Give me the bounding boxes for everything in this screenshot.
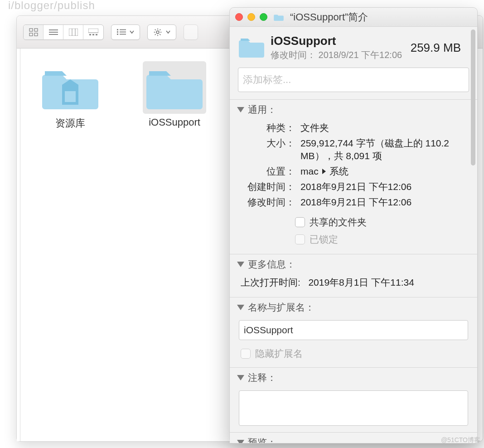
background-breadcrumb: i/blogger/publish bbox=[8, 0, 95, 12]
svg-point-20 bbox=[156, 31, 159, 34]
view-gallery-icon[interactable] bbox=[83, 25, 103, 39]
info-header: iOSSupport 修改时间： 2018/9/21 下午12:06 259.9… bbox=[230, 27, 477, 65]
created-value: 2018年9月21日 下午12:06 bbox=[300, 180, 466, 193]
disclosure-triangle-icon bbox=[237, 375, 244, 380]
get-info-panel: “iOSSupport”简介 iOSSupport 修改时间： 2018/9/2… bbox=[229, 7, 478, 443]
svg-rect-0 bbox=[29, 29, 33, 31]
modified-label: 修改时间： bbox=[241, 196, 295, 209]
section-title: 通用： bbox=[248, 103, 276, 116]
svg-rect-32 bbox=[72, 91, 76, 102]
created-label: 创建时间： bbox=[241, 180, 295, 193]
action-button[interactable] bbox=[147, 24, 176, 40]
zoom-button[interactable] bbox=[260, 13, 267, 21]
info-modified-line: 修改时间： 2018/9/21 下午12:06 bbox=[271, 49, 402, 61]
hide-ext-label: 隐藏扩展名 bbox=[255, 347, 303, 360]
folder-item-iossupport[interactable]: iOSSupport bbox=[138, 61, 211, 128]
group-by-icon bbox=[117, 29, 126, 36]
section-comments: 注释： bbox=[230, 367, 477, 426]
kind-value: 文件夹 bbox=[300, 122, 466, 134]
view-list-icon[interactable] bbox=[44, 25, 63, 39]
svg-line-27 bbox=[155, 34, 156, 35]
section-comments-toggle[interactable]: 注释： bbox=[230, 368, 477, 388]
chevron-down-icon bbox=[166, 30, 170, 34]
view-icon-grid-icon[interactable] bbox=[24, 25, 44, 39]
svg-line-26 bbox=[160, 34, 160, 35]
gear-icon bbox=[153, 28, 162, 37]
section-general: 通用： 种类： 文件夹 大小： 259,912,744 字节（磁盘上的 110.… bbox=[230, 99, 477, 254]
watermark: @51CTO博客 bbox=[441, 436, 480, 444]
tags-field[interactable] bbox=[238, 68, 469, 92]
locked-label: 已锁定 bbox=[310, 233, 338, 246]
size-label: 大小： bbox=[241, 137, 295, 150]
where-value: mac 系统 bbox=[300, 165, 466, 178]
view-columns-icon[interactable] bbox=[63, 25, 83, 39]
svg-line-28 bbox=[160, 29, 160, 30]
section-more: 更多信息： 上次打开时间: 2019年8月1日 下午11:34 bbox=[230, 254, 477, 297]
section-preview: 预览： bbox=[230, 432, 477, 443]
svg-rect-11 bbox=[89, 34, 91, 35]
disclosure-triangle-icon bbox=[237, 262, 244, 267]
minimize-button[interactable] bbox=[247, 13, 255, 21]
name-ext-field[interactable] bbox=[239, 320, 468, 340]
group-by-button[interactable] bbox=[111, 24, 140, 40]
info-titlebar[interactable]: “iOSSupport”简介 bbox=[230, 8, 477, 27]
folder-icon bbox=[274, 13, 284, 21]
view-mode-segment[interactable] bbox=[23, 24, 104, 40]
svg-rect-14 bbox=[117, 29, 118, 30]
svg-rect-1 bbox=[34, 29, 38, 31]
last-open-label: 上次打开时间: bbox=[241, 277, 300, 287]
svg-rect-7 bbox=[69, 29, 78, 36]
folder-icon bbox=[239, 37, 264, 58]
svg-rect-2 bbox=[29, 33, 33, 36]
svg-rect-10 bbox=[88, 29, 98, 33]
section-title: 注释： bbox=[248, 371, 276, 384]
info-title: “iOSSupport”简介 bbox=[290, 10, 368, 24]
info-size: 259.9 MB bbox=[411, 41, 468, 55]
svg-rect-16 bbox=[117, 34, 118, 35]
svg-rect-31 bbox=[65, 91, 68, 102]
hide-ext-checkbox[interactable] bbox=[241, 349, 251, 359]
chevron-down-icon bbox=[130, 30, 134, 34]
disclosure-triangle-icon bbox=[237, 440, 244, 443]
folder-item-library[interactable]: 资源库 bbox=[34, 61, 106, 130]
svg-line-25 bbox=[155, 29, 156, 30]
svg-rect-3 bbox=[34, 33, 38, 36]
share-segment[interactable] bbox=[184, 24, 198, 40]
section-name-ext: 名称与扩展名： 隐藏扩展名 bbox=[230, 297, 477, 367]
comments-textarea[interactable] bbox=[239, 390, 468, 426]
modified-value: 2018年9月21日 下午12:06 bbox=[300, 196, 466, 209]
section-general-toggle[interactable]: 通用： bbox=[230, 100, 477, 120]
folder-label: 资源库 bbox=[34, 117, 106, 130]
path-separator-icon bbox=[322, 169, 326, 174]
last-open-value: 2019年8月1日 下午11:34 bbox=[308, 277, 414, 287]
section-title: 更多信息： bbox=[248, 258, 295, 271]
disclosure-triangle-icon bbox=[237, 107, 244, 112]
info-name: iOSSupport bbox=[271, 34, 402, 48]
sidebar-edge bbox=[17, 49, 20, 441]
section-title: 名称与扩展名： bbox=[248, 301, 315, 314]
scrollbar[interactable] bbox=[471, 29, 475, 166]
svg-rect-33 bbox=[68, 91, 72, 102]
close-button[interactable] bbox=[235, 13, 243, 21]
kind-label: 种类： bbox=[241, 122, 295, 134]
section-name-ext-toggle[interactable]: 名称与扩展名： bbox=[230, 297, 477, 317]
folder-icon bbox=[146, 66, 203, 111]
locked-checkbox[interactable] bbox=[295, 234, 305, 244]
section-preview-toggle[interactable]: 预览： bbox=[230, 433, 477, 443]
folder-label: iOSSupport bbox=[138, 117, 211, 128]
where-label: 位置： bbox=[241, 165, 295, 178]
size-value: 259,912,744 字节（磁盘上的 110.2 MB），共 8,091 项 bbox=[300, 137, 466, 162]
section-more-toggle[interactable]: 更多信息： bbox=[230, 254, 477, 274]
tags-input[interactable] bbox=[243, 74, 464, 86]
shared-checkbox[interactable] bbox=[295, 217, 305, 227]
section-title: 预览： bbox=[248, 436, 276, 443]
svg-rect-15 bbox=[117, 31, 118, 33]
svg-rect-13 bbox=[96, 34, 97, 35]
folder-icon bbox=[42, 66, 98, 111]
svg-rect-12 bbox=[92, 34, 94, 35]
disclosure-triangle-icon bbox=[237, 305, 244, 310]
shared-label: 共享的文件夹 bbox=[310, 216, 367, 229]
name-ext-input[interactable] bbox=[244, 325, 463, 336]
